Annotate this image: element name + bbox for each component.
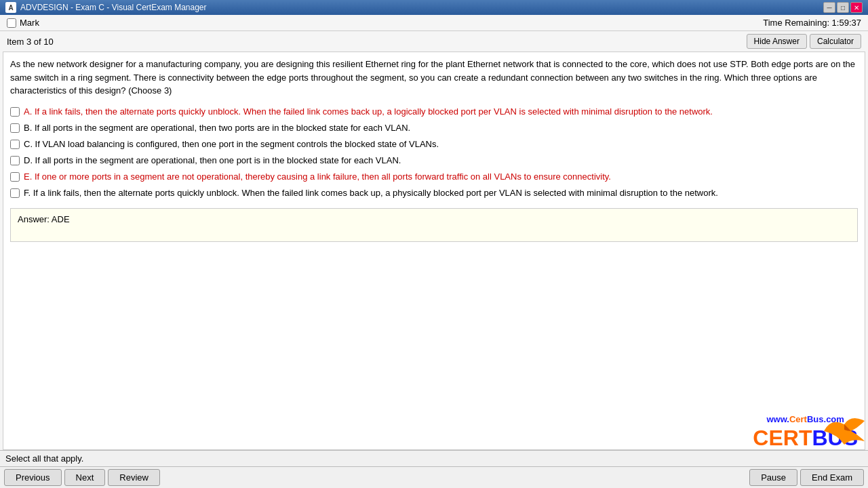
option-row-D: D. If all ports in the segment are opera… [10, 155, 858, 167]
title-text: ADVDESIGN - Exam C - Visual CertExam Man… [20, 3, 207, 12]
hide-answer-button[interactable]: Hide Answer [747, 34, 807, 49]
time-remaining: Time Remaining: 1:59:37 [763, 18, 861, 28]
app-window: Mark Time Remaining: 1:59:37 Item 3 of 1… [0, 15, 868, 488]
option-row-E: E. If one or more ports in a segment are… [10, 171, 858, 183]
option-row-F: F. If a link fails, then the alternate p… [10, 187, 858, 199]
option-row-B: B. If all ports in the segment are opera… [10, 122, 858, 134]
option-checkbox-F[interactable] [10, 188, 20, 198]
option-label-D: D. If all ports in the segment are opera… [24, 155, 401, 167]
option-checkbox-E[interactable] [10, 172, 20, 182]
next-button[interactable]: Next [64, 469, 106, 486]
title-bar-left: A ADVDESIGN - Exam C - Visual CertExam M… [5, 2, 207, 13]
logo-main: CERTBUS [753, 426, 858, 451]
item-buttons: Hide Answer Calculator [747, 34, 861, 49]
item-bar: Item 3 of 10 Hide Answer Calculator [0, 31, 868, 52]
option-row-C: C. If VLAN load balancing is configured,… [10, 138, 858, 150]
mark-checkbox[interactable] [7, 18, 16, 28]
logo-area: www.CertBus.com CERTBUS [753, 414, 858, 451]
option-label-C: C. If VLAN load balancing is configured,… [24, 138, 439, 150]
title-buttons[interactable]: ─ □ ✕ [823, 2, 863, 13]
close-button[interactable]: ✕ [850, 2, 863, 13]
maximize-button[interactable]: □ [837, 2, 849, 13]
mark-label: Mark [20, 18, 39, 28]
option-checkbox-B[interactable] [10, 123, 20, 133]
option-label-E: E. If one or more ports in a segment are… [24, 171, 611, 183]
option-label-A: A. If a link fails, then the alternate p… [24, 106, 713, 118]
review-button[interactable]: Review [108, 469, 160, 486]
status-bar: Select all that apply. [0, 450, 868, 466]
mark-area: Mark [7, 18, 39, 28]
nav-left: Previous Next Review [4, 469, 160, 486]
option-checkbox-A[interactable] [10, 107, 20, 117]
previous-button[interactable]: Previous [4, 469, 62, 486]
end-exam-button[interactable]: End Exam [800, 469, 864, 486]
nav-bar: Previous Next Review Pause End Exam [0, 466, 868, 488]
option-checkbox-D[interactable] [10, 156, 20, 165]
question-text: As the new network designer for a manufa… [10, 58, 858, 98]
app-icon: A [5, 2, 16, 13]
answer-box: Answer: ADE [10, 208, 858, 242]
options-container: A. If a link fails, then the alternate p… [10, 106, 858, 200]
status-text: Select all that apply. [5, 453, 83, 464]
item-count: Item 3 of 10 [7, 37, 54, 47]
nav-right: Pause End Exam [749, 469, 864, 486]
top-bar: Mark Time Remaining: 1:59:37 [0, 15, 868, 31]
pause-button[interactable]: Pause [749, 469, 797, 486]
calculator-button[interactable]: Calculator [810, 34, 861, 49]
option-label-F: F. If a link fails, then the alternate p… [24, 187, 718, 199]
answer-text: Answer: ADE [18, 214, 70, 224]
option-row-A: A. If a link fails, then the alternate p… [10, 106, 858, 118]
minimize-button[interactable]: ─ [823, 2, 835, 13]
logo-bird-icon [817, 411, 868, 451]
content-area: As the new network designer for a manufa… [3, 52, 865, 450]
option-label-B: B. If all ports in the segment are opera… [24, 122, 410, 134]
title-bar: A ADVDESIGN - Exam C - Visual CertExam M… [0, 0, 868, 15]
option-checkbox-C[interactable] [10, 140, 20, 149]
